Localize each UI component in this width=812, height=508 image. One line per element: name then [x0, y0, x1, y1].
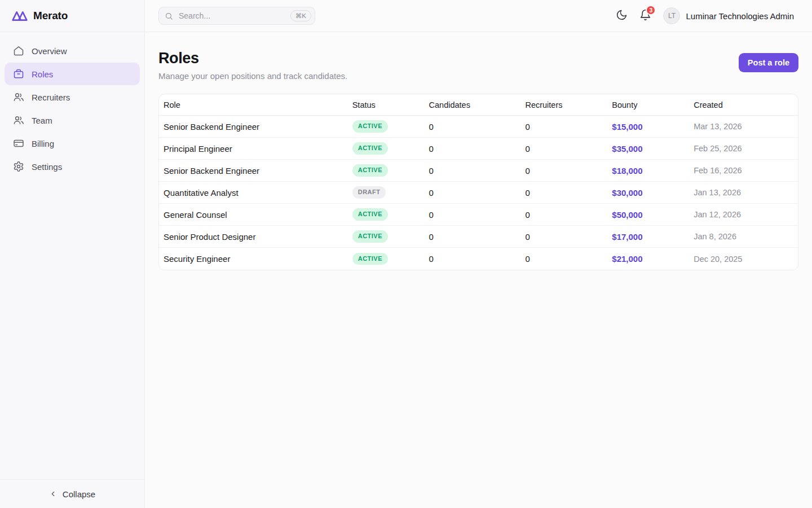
- role-cell: Principal Engineer: [159, 144, 348, 154]
- user-name: Luminar Technologies Admin: [686, 11, 794, 21]
- brand-name: Merato: [33, 10, 68, 22]
- search-input[interactable]: [178, 11, 286, 21]
- notification-count-badge: 3: [646, 5, 656, 15]
- role-cell: Quantitative Analyst: [159, 188, 348, 198]
- status-badge: ACTIVE: [352, 142, 388, 154]
- search-shortcut-hint: ⌘K: [290, 10, 311, 21]
- recruiters-cell: 0: [520, 254, 607, 264]
- candidates-cell: 0: [425, 188, 521, 198]
- recruiters-cell: 0: [520, 144, 607, 154]
- users-icon: [13, 91, 24, 103]
- sidebar-item-team[interactable]: Team: [5, 109, 140, 132]
- column-header-candidates: Candidates: [425, 100, 521, 110]
- sidebar-item-overview[interactable]: Overview: [5, 40, 140, 62]
- role-cell: Security Engineer: [159, 254, 348, 264]
- topbar-right: 3 LT Luminar Technologies Admin: [616, 7, 794, 24]
- page-header-text: Roles Manage your open positions and tra…: [158, 50, 347, 81]
- bounty-cell: $18,000: [607, 166, 689, 176]
- table-row[interactable]: Senior Product Designer ACTIVE 0 0 $17,0…: [159, 226, 798, 248]
- bounty-cell: $17,000: [607, 232, 689, 242]
- recruiters-cell: 0: [520, 232, 607, 242]
- role-cell: Senior Backend Engineer: [159, 166, 348, 176]
- user-menu[interactable]: LT Luminar Technologies Admin: [663, 7, 794, 24]
- column-header-status: Status: [348, 100, 425, 110]
- role-cell: Senior Backend Engineer: [159, 122, 348, 132]
- candidates-cell: 0: [425, 232, 521, 242]
- main-column: ⌘K 3 LT Luminar Technologies Admin: [145, 0, 812, 508]
- status-badge: DRAFT: [352, 186, 386, 198]
- page-subtitle: Manage your open positions and track can…: [158, 71, 347, 81]
- page-header: Roles Manage your open positions and tra…: [158, 50, 798, 81]
- content: Roles Manage your open positions and tra…: [145, 32, 812, 270]
- table-row[interactable]: General Counsel ACTIVE 0 0 $50,000 Jan 1…: [159, 204, 798, 226]
- created-cell: Jan 13, 2026: [689, 188, 798, 197]
- role-cell: General Counsel: [159, 210, 348, 220]
- gear-icon: [13, 161, 24, 172]
- post-role-button[interactable]: Post a role: [739, 53, 798, 72]
- table-body: Senior Backend Engineer ACTIVE 0 0 $15,0…: [159, 116, 798, 270]
- column-header-recruiters: Recruiters: [520, 100, 607, 110]
- topbar: ⌘K 3 LT Luminar Technologies Admin: [145, 0, 812, 32]
- created-cell: Feb 25, 2026: [689, 144, 798, 153]
- sidebar-item-billing[interactable]: Billing: [5, 132, 140, 155]
- candidates-cell: 0: [425, 122, 521, 132]
- moon-icon: [616, 9, 628, 23]
- status-badge: ACTIVE: [352, 164, 388, 176]
- recruiters-cell: 0: [520, 122, 607, 132]
- search-icon: [165, 12, 173, 20]
- users-icon: [13, 115, 24, 126]
- bounty-cell: $30,000: [607, 188, 689, 198]
- column-header-created: Created: [689, 100, 798, 110]
- sidebar-footer: Collapse: [0, 479, 144, 508]
- collapse-button[interactable]: Collapse: [46, 489, 99, 500]
- page-title: Roles: [158, 50, 347, 67]
- bounty-cell: $50,000: [607, 210, 689, 220]
- roles-table: Role Status Candidates Recruiters Bounty…: [158, 94, 798, 270]
- table-row[interactable]: Security Engineer ACTIVE 0 0 $21,000 Dec…: [159, 248, 798, 270]
- column-header-role: Role: [159, 100, 348, 110]
- notifications-button[interactable]: 3: [639, 9, 651, 23]
- sidebar-item-recruiters[interactable]: Recruiters: [5, 86, 140, 108]
- sidebar-nav: Overview Roles Recruiters Team Billing S…: [0, 32, 144, 185]
- table-row[interactable]: Quantitative Analyst DRAFT 0 0 $30,000 J…: [159, 182, 798, 204]
- sidebar-item-roles[interactable]: Roles: [5, 63, 140, 85]
- status-badge: ACTIVE: [352, 230, 388, 242]
- recruiters-cell: 0: [520, 188, 607, 198]
- home-icon: [13, 45, 24, 56]
- created-cell: Dec 20, 2025: [689, 255, 798, 264]
- dark-mode-toggle[interactable]: [616, 9, 628, 23]
- bounty-cell: $21,000: [607, 254, 689, 264]
- merato-logo-icon: [11, 10, 28, 23]
- status-badge: ACTIVE: [352, 120, 388, 132]
- role-cell: Senior Product Designer: [159, 232, 348, 242]
- briefcase-icon: [13, 68, 24, 80]
- bounty-cell: $15,000: [607, 122, 689, 132]
- sidebar: Merato Overview Roles Recruiters Team Bi…: [0, 0, 145, 508]
- candidates-cell: 0: [425, 144, 521, 154]
- bounty-cell: $35,000: [607, 144, 689, 154]
- search-box[interactable]: ⌘K: [158, 7, 315, 25]
- avatar: LT: [663, 7, 680, 24]
- app-root: Merato Overview Roles Recruiters Team Bi…: [0, 0, 812, 508]
- created-cell: Mar 13, 2026: [689, 122, 798, 131]
- column-header-bounty: Bounty: [607, 100, 689, 110]
- recruiters-cell: 0: [520, 210, 607, 220]
- status-badge: ACTIVE: [352, 253, 388, 265]
- created-cell: Jan 8, 2026: [689, 232, 798, 241]
- collapse-label: Collapse: [63, 489, 95, 499]
- candidates-cell: 0: [425, 254, 521, 264]
- sidebar-item-settings[interactable]: Settings: [5, 155, 140, 178]
- candidates-cell: 0: [425, 210, 521, 220]
- sidebar-header: Merato: [0, 0, 144, 32]
- table-header-row: Role Status Candidates Recruiters Bounty…: [159, 94, 798, 116]
- table-row[interactable]: Senior Backend Engineer ACTIVE 0 0 $15,0…: [159, 116, 798, 138]
- status-badge: ACTIVE: [352, 208, 388, 220]
- credit-card-icon: [13, 138, 24, 149]
- candidates-cell: 0: [425, 166, 521, 176]
- created-cell: Jan 12, 2026: [689, 210, 798, 219]
- created-cell: Feb 16, 2026: [689, 166, 798, 175]
- chevron-left-icon: [49, 490, 57, 498]
- table-row[interactable]: Senior Backend Engineer ACTIVE 0 0 $18,0…: [159, 160, 798, 182]
- recruiters-cell: 0: [520, 166, 607, 176]
- table-row[interactable]: Principal Engineer ACTIVE 0 0 $35,000 Fe…: [159, 138, 798, 160]
